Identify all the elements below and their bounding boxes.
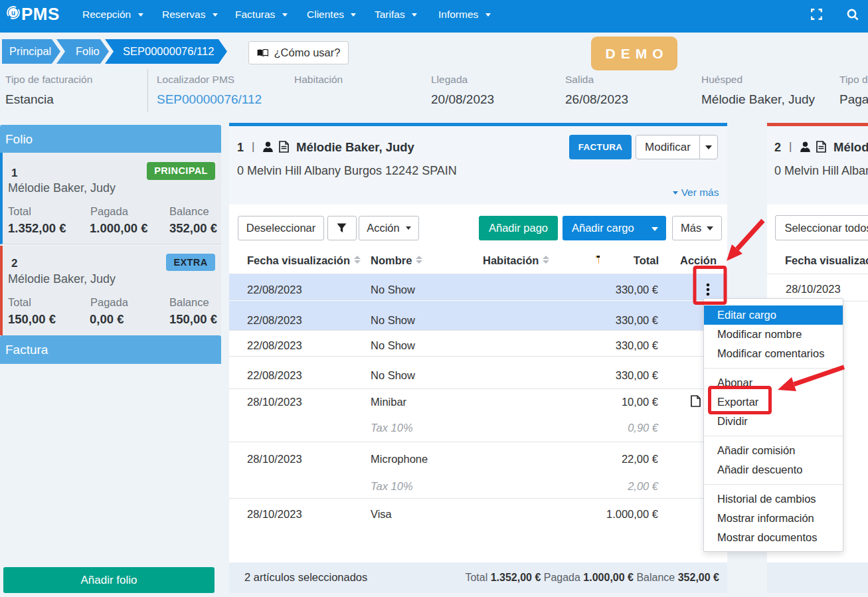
svg-text:u: u	[11, 9, 15, 16]
